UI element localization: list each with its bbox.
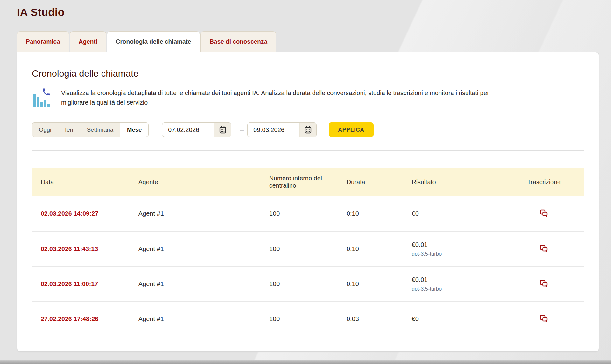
agent-cell: Agent #1 xyxy=(138,266,269,301)
date-from-field[interactable] xyxy=(162,122,231,137)
apply-button[interactable]: APPLICA xyxy=(329,122,373,137)
agent-cell: Agent #1 xyxy=(138,301,269,336)
calendar-icon[interactable] xyxy=(299,123,316,137)
tab-base-di-conoscenza[interactable]: Base di conoscenza xyxy=(200,31,276,52)
tab-cronologia-delle-chiamate[interactable]: Cronologia delle chiamate xyxy=(107,31,200,52)
transcription-button[interactable] xyxy=(538,278,550,290)
column-data: Data xyxy=(32,168,138,196)
result-amount: €0 xyxy=(412,210,504,217)
preset-mese-button[interactable]: Mese xyxy=(120,123,148,137)
extension-cell: 100 xyxy=(269,196,347,231)
result-cell: €0 xyxy=(412,196,504,231)
duration-cell: 0:03 xyxy=(347,301,412,336)
tab-panoramica[interactable]: Panoramica xyxy=(17,31,69,52)
call-date-link[interactable]: 02.03.2026 11:00:17 xyxy=(41,280,98,287)
table-row: 02.03.2026 11:43:13 Agent #1 100 0:10 €0… xyxy=(32,231,584,266)
table-row: 02.03.2026 14:09:27 Agent #1 100 0:10 €0 xyxy=(32,196,584,231)
preset-oggi-button[interactable]: Oggi xyxy=(32,123,58,137)
agent-cell: Agent #1 xyxy=(138,231,269,266)
date-preset-group: Oggi Ieri Settimana Mese xyxy=(32,122,149,137)
date-to-input[interactable] xyxy=(248,123,299,137)
result-amount: €0.01 xyxy=(412,276,504,284)
call-date-link[interactable]: 02.03.2026 14:09:27 xyxy=(41,210,98,217)
bar-chart-phone-icon xyxy=(32,88,51,108)
table-row: 02.03.2026 11:00:17 Agent #1 100 0:10 €0… xyxy=(32,266,584,301)
bottom-edge-band xyxy=(0,360,611,364)
result-cell: €0 xyxy=(412,301,504,336)
transcription-button[interactable] xyxy=(538,243,550,255)
section-title: Cronologia delle chiamate xyxy=(32,68,584,79)
duration-cell: 0:10 xyxy=(347,196,412,231)
calendar-icon[interactable] xyxy=(214,123,231,137)
transcription-button[interactable] xyxy=(538,207,550,220)
page-title: IA Studio xyxy=(17,6,599,18)
result-amount: €0.01 xyxy=(412,241,504,248)
extension-cell: 100 xyxy=(269,301,347,336)
column-agente: Agente xyxy=(138,168,269,196)
extension-cell: 100 xyxy=(269,266,347,301)
preset-settimana-button[interactable]: Settimana xyxy=(80,123,120,137)
chat-bubbles-icon xyxy=(539,285,549,290)
duration-cell: 0:10 xyxy=(347,231,412,266)
column-trascrizione: Trascrizione xyxy=(504,168,584,196)
call-date-link[interactable]: 27.02.2026 17:48:26 xyxy=(41,315,98,322)
transcription-button[interactable] xyxy=(538,313,550,325)
section-divider xyxy=(32,150,584,151)
call-history-panel: Cronologia delle chiamate Visualizza la … xyxy=(17,52,599,352)
chat-bubbles-icon xyxy=(539,320,549,325)
column-durata: Durata xyxy=(347,168,412,196)
result-cell: €0.01 gpt-3.5-turbo xyxy=(412,266,504,301)
tab-bar: Panoramica Agenti Cronologia delle chiam… xyxy=(17,31,599,52)
section-description-row: Visualizza la cronologia dettagliata di … xyxy=(32,88,584,108)
preset-ieri-button[interactable]: Ieri xyxy=(58,123,80,137)
table-header: Data Agente Numero interno del centralin… xyxy=(32,168,584,196)
chat-bubbles-icon xyxy=(539,250,549,255)
page-content: IA Studio Panoramica Agenti Cronologia d… xyxy=(17,0,599,352)
column-risultato: Risultato xyxy=(412,168,504,196)
date-range-separator: – xyxy=(236,126,247,134)
duration-cell: 0:10 xyxy=(347,266,412,301)
result-cell: €0.01 gpt-3.5-turbo xyxy=(412,231,504,266)
table-row: 27.02.2026 17:48:26 Agent #1 100 0:03 €0 xyxy=(32,301,584,336)
call-date-link[interactable]: 02.03.2026 11:43:13 xyxy=(41,245,98,252)
tab-agenti[interactable]: Agenti xyxy=(70,31,106,52)
result-model: gpt-3.5-turbo xyxy=(412,286,504,292)
call-rows: 02.03.2026 14:09:27 Agent #1 100 0:10 €0… xyxy=(32,196,584,336)
filter-toolbar: Oggi Ieri Settimana Mese – xyxy=(32,122,584,137)
agent-cell: Agent #1 xyxy=(138,196,269,231)
date-from-input[interactable] xyxy=(162,123,214,137)
extension-cell: 100 xyxy=(269,231,347,266)
column-numero-interno: Numero interno del centralino xyxy=(269,168,347,196)
result-model: gpt-3.5-turbo xyxy=(412,251,504,257)
chat-bubbles-icon xyxy=(539,214,549,219)
date-to-field[interactable] xyxy=(247,122,317,137)
call-history-table: Data Agente Numero interno del centralin… xyxy=(32,168,584,336)
section-description: Visualizza la cronologia dettagliata di … xyxy=(61,88,494,107)
result-amount: €0 xyxy=(412,315,504,323)
